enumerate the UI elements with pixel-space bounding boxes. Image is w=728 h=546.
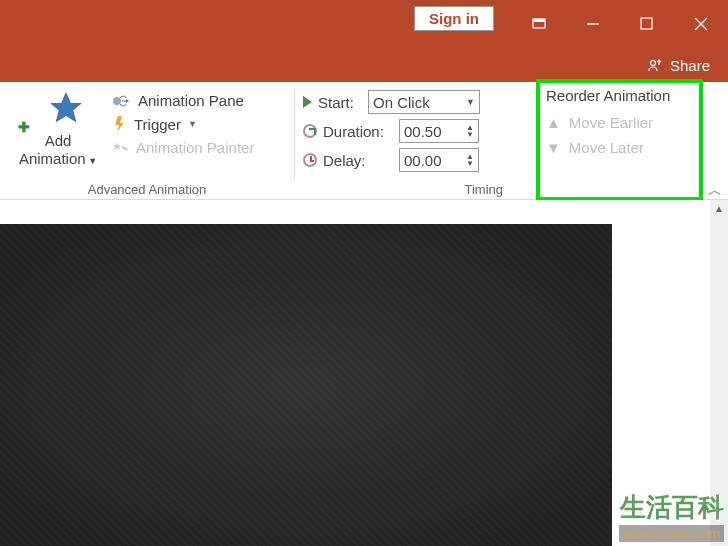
close-button[interactable]	[674, 6, 728, 42]
slide-canvas[interactable]	[0, 224, 612, 546]
animation-painter-button: Animation Painter	[112, 139, 284, 156]
animation-pane-icon	[112, 93, 132, 109]
spinner-arrows[interactable]: ▲▼	[466, 153, 474, 167]
watermark: 生活百科 www.bimeiz.com	[619, 490, 724, 542]
star-icon	[48, 90, 84, 126]
signin-button[interactable]: Sign in	[414, 6, 494, 31]
svg-rect-12	[121, 145, 128, 151]
scroll-up-button[interactable]: ▲	[710, 200, 728, 218]
ribbon-display-options-button[interactable]	[512, 6, 566, 42]
move-later-button: ▼ Move Later	[546, 135, 693, 160]
svg-rect-3	[641, 18, 652, 29]
svg-point-8	[113, 97, 121, 105]
reorder-animation-group: Reorder Animation ▲ Move Earlier ▼ Move …	[536, 79, 703, 201]
collapse-ribbon-button[interactable]: ︿	[708, 182, 722, 200]
animation-painter-icon	[112, 140, 130, 156]
maximize-icon	[639, 16, 655, 32]
start-dropdown[interactable]: On Click ▼	[368, 90, 480, 114]
move-earlier-button: ▲ Move Earlier	[546, 110, 693, 135]
ribbon-options-icon	[531, 16, 547, 32]
duration-spinner[interactable]: 00.50 ▲▼	[399, 119, 479, 143]
close-icon	[693, 16, 709, 32]
play-icon	[303, 96, 312, 108]
spinner-arrows[interactable]: ▲▼	[466, 124, 474, 138]
chevron-down-icon: ▼	[466, 97, 475, 107]
move-later-label: Move Later	[569, 139, 644, 156]
delay-spinner[interactable]: 00.00 ▲▼	[399, 148, 479, 172]
animation-pane-label: Animation Pane	[138, 92, 244, 109]
duration-label: Duration:	[323, 123, 393, 140]
trigger-label: Trigger	[134, 116, 181, 133]
animation-pane-button[interactable]: Animation Pane	[112, 92, 284, 109]
svg-rect-1	[533, 19, 545, 22]
duration-value: 00.50	[404, 123, 442, 140]
svg-marker-7	[51, 93, 81, 122]
ribbon: ✚ AddAnimation ▼ Animation Pane Trigger▼…	[0, 82, 728, 200]
title-bar: Sign in	[0, 0, 728, 48]
watermark-text-2: www.bimeiz.com	[619, 525, 724, 542]
triangle-up-icon: ▲	[546, 114, 561, 131]
start-value: On Click	[373, 94, 430, 111]
minimize-icon	[585, 16, 601, 32]
trigger-icon	[112, 115, 128, 133]
reorder-title: Reorder Animation	[546, 87, 693, 104]
svg-point-6	[650, 61, 655, 66]
advanced-animation-group: ✚ AddAnimation ▼ Animation Pane Trigger▼…	[0, 82, 294, 199]
share-bar: Share	[0, 48, 728, 82]
add-animation-button[interactable]: ✚ AddAnimation ▼	[8, 86, 108, 170]
maximize-button[interactable]	[620, 6, 674, 42]
add-animation-label-1: Add	[45, 132, 72, 149]
timing-group-title: Timing	[295, 182, 509, 197]
delay-icon	[303, 153, 317, 167]
triangle-down-icon: ▼	[546, 139, 561, 156]
svg-marker-10	[115, 116, 124, 132]
delay-value: 00.00	[404, 152, 442, 169]
minimize-button[interactable]	[566, 6, 620, 42]
svg-marker-9	[126, 99, 129, 103]
watermark-text-1: 生活百科	[619, 490, 724, 525]
svg-marker-11	[113, 142, 121, 150]
delay-label: Delay:	[323, 152, 393, 169]
duration-icon	[303, 124, 317, 138]
timing-group: Start: On Click ▼ Duration: 00.50 ▲▼ Del…	[295, 82, 509, 199]
share-icon	[648, 57, 664, 73]
add-animation-label-2: Animation	[19, 150, 86, 167]
chevron-down-icon: ▼	[188, 119, 197, 129]
move-earlier-label: Move Earlier	[569, 114, 653, 131]
trigger-button[interactable]: Trigger▼	[112, 115, 284, 133]
share-label: Share	[670, 57, 710, 74]
animation-painter-label: Animation Painter	[136, 139, 254, 156]
plus-icon: ✚	[18, 119, 30, 135]
start-label: Start:	[318, 94, 362, 111]
share-button[interactable]: Share	[648, 57, 710, 74]
advanced-animation-group-title: Advanced Animation	[0, 182, 294, 197]
